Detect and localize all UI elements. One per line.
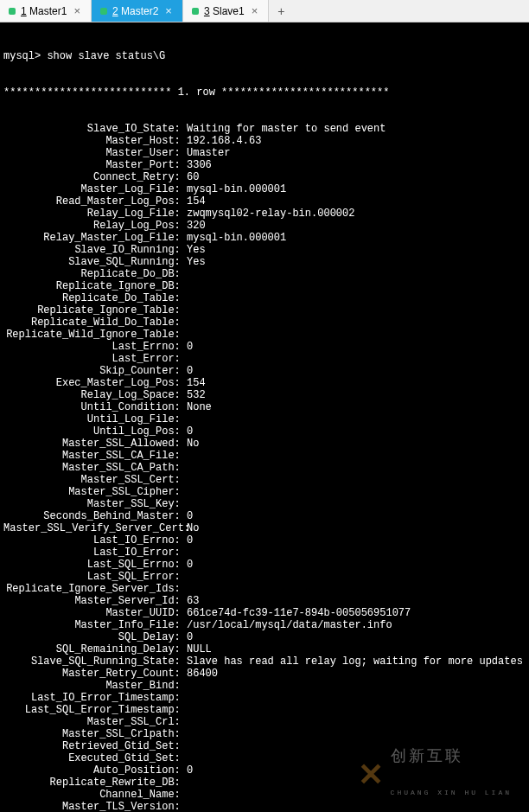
status-row: SQL_Remaining_Delay: NULL — [3, 643, 526, 655]
status-key: Skip_Counter: — [3, 365, 187, 377]
status-row: Skip_Counter: 0 — [3, 365, 526, 377]
status-key: Master_TLS_Version: — [3, 801, 187, 812]
status-value: /usr/local/mysql/data/master.info — [187, 619, 392, 631]
status-key: Replicate_Ignore_DB: — [3, 280, 187, 292]
status-key: Until_Condition: — [3, 401, 187, 413]
status-key: Master_Info_File: — [3, 619, 187, 631]
status-key: Executed_Gtid_Set: — [3, 752, 187, 764]
status-value: 0 — [187, 559, 193, 571]
status-key: Connect_Retry: — [3, 171, 187, 183]
status-row: Slave_IO_Running: Yes — [3, 244, 526, 256]
close-icon[interactable]: × — [250, 4, 260, 17]
status-row: Replicate_Ignore_Table: — [3, 304, 526, 316]
status-key: Master_SSL_Cipher: — [3, 486, 187, 498]
status-key: Slave_SQL_Running_State: — [3, 655, 187, 668]
status-key: Read_Master_Log_Pos: — [3, 195, 187, 208]
status-row: Master_SSL_Key: — [3, 498, 526, 510]
status-row: Master_SSL_Cipher: — [3, 486, 526, 498]
status-key: Master_User: — [3, 147, 187, 159]
status-row: Until_Log_File: — [3, 413, 526, 425]
status-value: 154 — [187, 377, 206, 389]
tab-master2[interactable]: 2 Master2× — [92, 0, 183, 22]
connection-icon — [192, 8, 199, 15]
status-key: Relay_Log_File: — [3, 208, 187, 220]
status-row: Relay_Log_Space: 532 — [3, 389, 526, 401]
status-key: Master_SSL_Crlpath: — [3, 728, 187, 740]
status-key: Master_UUID: — [3, 607, 187, 619]
status-row: Relay_Master_Log_File: mysql-bin.000001 — [3, 232, 526, 244]
status-row: Executed_Gtid_Set: — [3, 752, 526, 764]
status-key: SQL_Delay: — [3, 631, 187, 643]
status-key: Master_SSL_Crl: — [3, 716, 187, 728]
status-key: Master_SSL_CA_File: — [3, 450, 187, 462]
status-key: Last_IO_Error_Timestamp: — [3, 692, 187, 704]
status-key: Last_IO_Errno: — [3, 534, 187, 547]
status-row: Last_Errno: 0 — [3, 341, 526, 353]
status-row: Master_UUID: 661ce74d-fc39-11e7-894b-005… — [3, 607, 526, 619]
tab-slave1[interactable]: 3 Slave1× — [183, 0, 269, 22]
status-value: Slave has read all relay log; waiting fo… — [187, 655, 523, 668]
tab-label: 2 Master2 — [112, 5, 158, 17]
status-value: 3306 — [187, 159, 212, 171]
status-row: Last_IO_Errno: 0 — [3, 534, 526, 547]
status-row: Connect_Retry: 60 — [3, 171, 526, 183]
status-value: 320 — [187, 220, 206, 232]
status-row: Master_SSL_CA_Path: — [3, 462, 526, 474]
status-key: Master_Host: — [3, 135, 187, 147]
status-key: Master_Log_File: — [3, 183, 187, 195]
status-row: Master_Bind: — [3, 680, 526, 692]
status-row: Slave_SQL_Running: Yes — [3, 256, 526, 268]
status-key: Slave_SQL_Running: — [3, 256, 187, 268]
status-key: Replicate_Do_DB: — [3, 268, 187, 280]
status-key: Auto_Position: — [3, 764, 187, 777]
mysql-prompt: mysql> show slave status\G — [3, 50, 526, 62]
status-key: Last_SQL_Errno: — [3, 559, 187, 571]
status-row: Seconds_Behind_Master: 0 — [3, 510, 526, 522]
status-row: Read_Master_Log_Pos: 154 — [3, 195, 526, 208]
status-key: Exec_Master_Log_Pos: — [3, 377, 187, 389]
status-value: 86400 — [187, 668, 218, 680]
status-row: Master_SSL_Crl: — [3, 716, 526, 728]
status-fields: Slave_IO_State: Waiting for master to se… — [3, 123, 526, 812]
status-row: Master_SSL_Crlpath: — [3, 728, 526, 740]
status-key: Last_SQL_Error: — [3, 571, 187, 583]
status-key: Last_Errno: — [3, 341, 187, 353]
status-key: Replicate_Do_Table: — [3, 292, 187, 304]
status-value: Yes — [187, 256, 206, 268]
status-value: 0 — [187, 341, 193, 353]
status-value: 0 — [187, 631, 193, 643]
status-row: Master_Log_File: mysql-bin.000001 — [3, 183, 526, 195]
status-key: SQL_Remaining_Delay: — [3, 643, 187, 655]
status-key: Master_Server_Id: — [3, 595, 187, 607]
status-key: Master_Retry_Count: — [3, 668, 187, 680]
status-row: Last_SQL_Error_Timestamp: — [3, 704, 526, 716]
tab-label: 3 Slave1 — [204, 5, 245, 17]
status-key: Seconds_Behind_Master: — [3, 510, 187, 522]
status-key: Replicate_Ignore_Server_Ids: — [3, 583, 187, 595]
status-row: Replicate_Ignore_Server_Ids: — [3, 583, 526, 595]
status-row: Master_SSL_Cert: — [3, 474, 526, 486]
status-row: Master_Server_Id: 63 — [3, 595, 526, 607]
status-key: Slave_IO_State: — [3, 123, 187, 135]
status-key: Slave_IO_Running: — [3, 244, 187, 256]
status-key: Master_Bind: — [3, 680, 187, 692]
status-key: Master_SSL_Key: — [3, 498, 187, 510]
status-value: 532 — [187, 389, 206, 401]
status-value: 192.168.4.63 — [187, 135, 261, 147]
status-value: None — [187, 401, 212, 413]
status-row: Master_Host: 192.168.4.63 — [3, 135, 526, 147]
status-key: Replicate_Wild_Do_Table: — [3, 316, 187, 329]
status-key: Last_IO_Error: — [3, 547, 187, 559]
status-row: Channel_Name: — [3, 789, 526, 801]
status-row: Relay_Log_File: zwqmysql02-relay-bin.000… — [3, 208, 526, 220]
status-row: Master_SSL_Verify_Server_Cert: No — [3, 522, 526, 534]
close-icon[interactable]: × — [72, 4, 82, 17]
status-row: Replicate_Wild_Do_Table: — [3, 316, 526, 329]
status-value: mysql-bin.000001 — [187, 232, 286, 244]
close-icon[interactable]: × — [163, 4, 174, 17]
status-row: Auto_Position: 0 — [3, 764, 526, 777]
status-row: SQL_Delay: 0 — [3, 631, 526, 643]
add-tab-button[interactable]: + — [269, 0, 293, 22]
tab-master1[interactable]: 1 Master1× — [0, 0, 92, 22]
status-key: Relay_Log_Space: — [3, 389, 187, 401]
